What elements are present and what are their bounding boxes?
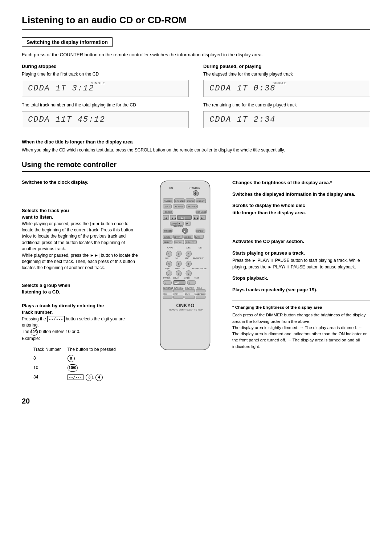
track-row-3-num: 34 xyxy=(33,373,67,382)
svg-text:REPEAT: REPEAT xyxy=(196,230,203,232)
footnote-text: Each press of the DIMMER button changes … xyxy=(232,312,370,350)
track-row-2-btn: 10/0 xyxy=(68,364,122,372)
svg-rect-112 xyxy=(163,296,172,299)
svg-text:7: 7 xyxy=(168,272,170,275)
svg-rect-113 xyxy=(173,296,183,299)
svg-text:POPS: POPS xyxy=(173,293,179,295)
svg-text:GROUP: GROUP xyxy=(175,242,182,243)
stopped-label: During stopped xyxy=(22,64,189,69)
display-stopped-2: CDDA 11T 45:12 xyxy=(22,111,189,128)
display-paused-2: CDDA 1T 2:34 xyxy=(203,111,370,128)
svg-text:TEXT: TEXT xyxy=(194,277,199,279)
svg-text:WXYZ: WXYZ xyxy=(183,268,188,270)
section2-heading: Using the remote controller xyxy=(22,161,370,172)
svg-text:FOLK: FOLK xyxy=(197,287,202,289)
ann-track-select-text: While playing or paused, press the |◄◄ b… xyxy=(22,221,138,271)
remote-svg: ON STANDBY ⏻ DIMMER COUNTER SCROLL DISPL… xyxy=(149,179,221,353)
svg-text:PQRS: PQRS xyxy=(165,268,171,270)
ann-track-select-bold: Selects the track youwant to listen. xyxy=(22,207,138,220)
ann-play-pause-text: Press the ► PLAY/⏸ PAUSE button to start… xyxy=(232,257,370,270)
footnote: * Changing the brightness of the display… xyxy=(232,300,370,350)
svg-text:OPERATION: OPERATION xyxy=(187,206,197,208)
svg-text:CD/HDD: CD/HDD xyxy=(171,223,178,225)
svg-text:HDD REC: HDD REC xyxy=(164,211,172,213)
svg-rect-114 xyxy=(185,296,195,299)
ann-track-number-text: Pressing the --/--- button selects the d… xyxy=(22,316,138,342)
track-table-header-1: Track Number xyxy=(33,346,67,353)
svg-text:DEF: DEF xyxy=(199,247,203,249)
ann-cd-player: Activates the CD player section. xyxy=(232,238,370,245)
stopped-desc1: Playing time for the first track on the … xyxy=(22,71,189,77)
svg-rect-105 xyxy=(173,289,183,292)
svg-text:100: 100 xyxy=(175,281,179,284)
svg-text:6: 6 xyxy=(188,262,189,266)
page-number: 20 xyxy=(22,397,370,405)
ann-brightness-bold: Changes the brightness of the display ar… xyxy=(232,179,370,186)
svg-text:◄◄: ◄◄ xyxy=(171,216,177,220)
svg-text:RANDOM: RANDOM xyxy=(164,230,172,232)
svg-text:PLAY LIST: PLAY LIST xyxy=(186,242,195,243)
ann-group-select: Selects a group whenlistening to a CD. xyxy=(22,282,138,295)
ann-clock-bold: Switches to the clock display. xyxy=(22,179,88,185)
svg-text:CLOCK: CLOCK xyxy=(164,206,170,208)
ann-cd-player-bold: Activates the CD player section. xyxy=(232,238,370,245)
track-table: Track Number The button to be pressed 8 … xyxy=(33,345,122,382)
svg-text:--/---: --/--- xyxy=(188,282,192,284)
svg-text:30/AE/TRACK: 30/AE/TRACK xyxy=(194,293,206,295)
svg-text:SELECT: SELECT xyxy=(164,242,171,243)
svg-text:►|: ►| xyxy=(201,216,204,220)
svg-text:BLUES/R&B: BLUES/R&B xyxy=(163,287,173,289)
ann-repeat: Plays tracks repeatedly (see page 19). xyxy=(232,286,370,293)
svg-text:SCROLL: SCROLL xyxy=(187,200,195,202)
svg-text:FAVORITE MODE: FAVORITE MODE xyxy=(192,268,207,270)
svg-rect-115 xyxy=(196,296,205,299)
svg-rect-107 xyxy=(196,289,205,292)
paused-desc1: The elapsed time for the currently playe… xyxy=(203,71,370,77)
track-row-2-num: 10 xyxy=(33,364,67,372)
svg-rect-106 xyxy=(185,289,195,292)
svg-text:CLASSICAL: CLASSICAL xyxy=(174,287,184,289)
svg-text:STANDBY: STANDBY xyxy=(189,187,200,190)
page-title: Listening to an audio CD or CD-ROM xyxy=(22,15,370,30)
ann-brightness: Changes the brightness of the display ar… xyxy=(232,179,370,186)
svg-text:3: 3 xyxy=(188,252,189,256)
svg-text:COUNTER: COUNTER xyxy=(175,200,185,202)
track-row-3-btn: --/---, 3, 4 xyxy=(68,373,122,382)
svg-text:►|: ►| xyxy=(186,222,189,225)
svg-text:►||: ►|| xyxy=(181,216,185,220)
track-row-1-num: 8 xyxy=(33,354,67,363)
ann-track-number: Plays a track by directly entering thetr… xyxy=(22,303,138,382)
svg-text:JAZZ: JAZZ xyxy=(163,293,167,295)
section-heading: Switching the display information xyxy=(22,37,113,47)
svg-text:COUNTRY: COUNTRY xyxy=(185,287,194,289)
svg-text:SYMBOL: SYMBOL xyxy=(163,277,171,279)
single-label-1: SINGLE xyxy=(91,81,105,85)
paused-desc2: The remaining time for the currently pla… xyxy=(203,102,370,108)
ann-play-pause: Starts playing or pauses a track. Press … xyxy=(232,250,370,271)
svg-text:5: 5 xyxy=(177,262,179,266)
svg-text:GHI: GHI xyxy=(165,258,168,260)
ann-clock: Switches to the clock display. xyxy=(22,179,138,186)
svg-text:WXYZ: WXYZ xyxy=(175,268,180,270)
svg-text:--/---: --/--- xyxy=(164,282,168,284)
display-text-paused-2: CDDA 1T 2:34 xyxy=(209,115,275,124)
scroll-note: When the disc title is longer than the d… xyxy=(22,139,370,153)
svg-text:MNO: MNO xyxy=(185,258,189,260)
svg-text:2: 2 xyxy=(177,252,179,256)
svg-text:REC MODE: REC MODE xyxy=(196,211,206,213)
svg-text:DIMMER: DIMMER xyxy=(164,200,172,202)
svg-text:DATE: DATE xyxy=(195,236,200,238)
svg-text:CLEAR: CLEAR xyxy=(173,277,179,279)
svg-text:EXT INPUT: EXT INPUT xyxy=(174,206,183,208)
display-text-paused-1: CDDA 1T 0:38 xyxy=(209,84,275,93)
svg-text:8: 8 xyxy=(177,272,179,275)
display-text-stopped-2: CDDA 11T 45:12 xyxy=(28,115,105,124)
ann-display-info: Switches the displayed information in th… xyxy=(232,191,370,198)
svg-text:ABC: ABC xyxy=(186,247,191,249)
ann-scroll: Scrolls to display the whole disctitle l… xyxy=(232,202,370,216)
svg-text:REMOTE CONTROLLER  RC-469P: REMOTE CONTROLLER RC-469P xyxy=(169,309,203,311)
svg-text:FAVORITE IT: FAVORITE IT xyxy=(193,258,204,260)
svg-text:DISPLAY: DISPLAY xyxy=(196,200,205,202)
display-text-stopped-1: CDDA 1T 3:12 xyxy=(28,84,94,93)
svg-text:ARTIST: ARTIST xyxy=(174,236,180,238)
